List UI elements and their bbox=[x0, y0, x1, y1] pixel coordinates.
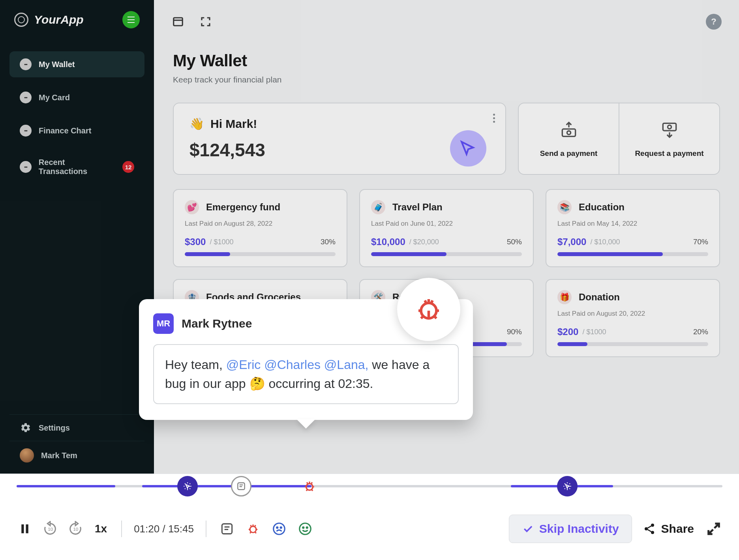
plan-last-paid: Last Paid on August 28, 2022 bbox=[185, 220, 336, 228]
plan-card[interactable]: 📚EducationLast Paid on May 14, 2022$7,00… bbox=[546, 189, 720, 267]
plan-card[interactable]: 🎁DonationLast Paid on August 20, 2022$20… bbox=[546, 279, 720, 357]
timeline-track[interactable] bbox=[17, 485, 722, 487]
plan-percent: 20% bbox=[693, 328, 708, 336]
rewind-10-button[interactable]: 10 bbox=[42, 521, 58, 537]
sad-feedback-button[interactable] bbox=[270, 520, 288, 538]
sidebar: YourApp ••• My Wallet ••• My Card ••• Fi… bbox=[0, 0, 154, 474]
bug-tool-button[interactable] bbox=[244, 520, 262, 538]
avatar bbox=[20, 448, 34, 463]
progress-bar bbox=[371, 252, 522, 256]
more-icon[interactable] bbox=[493, 114, 495, 123]
request-payment-button[interactable]: Request a payment bbox=[619, 103, 719, 174]
svg-point-22 bbox=[300, 523, 311, 535]
timeline-segment bbox=[142, 485, 311, 487]
timeline-marker-bug[interactable] bbox=[299, 476, 320, 496]
send-icon bbox=[559, 120, 579, 141]
plan-name: Donation bbox=[579, 292, 620, 303]
timeline[interactable] bbox=[0, 474, 739, 498]
gear-icon bbox=[20, 422, 32, 434]
mention[interactable]: @Charles bbox=[264, 358, 321, 372]
plan-goal: / $1000 bbox=[582, 328, 606, 336]
comment-avatar: MR bbox=[153, 313, 174, 334]
plan-card[interactable]: 💕Emergency fundLast Paid on August 28, 2… bbox=[173, 189, 347, 267]
chat-icon: ••• bbox=[20, 58, 32, 70]
sidebar-footer: Settings Mark Tem bbox=[0, 406, 154, 474]
user-name: Mark Tem bbox=[41, 451, 77, 460]
svg-point-19 bbox=[274, 523, 285, 535]
pause-button[interactable] bbox=[17, 521, 33, 537]
svg-rect-12 bbox=[26, 524, 28, 534]
sidebar-item-recent-transactions[interactable]: ••• Recent Transactions 12 bbox=[9, 151, 144, 183]
mention[interactable]: @Lana, bbox=[324, 358, 369, 372]
plan-goal: / $10,000 bbox=[590, 238, 620, 246]
separator bbox=[206, 521, 206, 537]
chat-icon: ••• bbox=[20, 161, 32, 173]
plan-amount: $200 bbox=[557, 326, 578, 337]
menu-toggle-button[interactable] bbox=[122, 11, 140, 28]
actions-card: Send a payment Request a payment bbox=[518, 103, 720, 175]
skip-inactivity-button[interactable]: Skip Inactivity bbox=[509, 515, 632, 543]
svg-text:10: 10 bbox=[48, 526, 53, 532]
plan-percent: 50% bbox=[507, 238, 522, 246]
plan-icon: 🧳 bbox=[371, 200, 385, 214]
forward-10-button[interactable]: 10 bbox=[67, 521, 84, 537]
svg-point-5 bbox=[668, 125, 671, 129]
fullscreen-button[interactable] bbox=[705, 520, 722, 538]
page-subtitle: Keep track your financial plan bbox=[173, 75, 720, 84]
player-controls: 10 10 1x 01:20 / 15:45 Skip Inactivity bbox=[0, 498, 739, 560]
window-icon[interactable] bbox=[171, 15, 185, 28]
balance-amount: $124,543 bbox=[189, 139, 490, 161]
sidebar-nav: ••• My Wallet ••• My Card ••• Finance Ch… bbox=[0, 39, 154, 195]
help-button[interactable]: ? bbox=[706, 14, 722, 30]
balance-card: 👋 Hi Mark! $124,543 bbox=[173, 103, 506, 175]
comment-body[interactable]: Hey team, @Eric @Charles @Lana, we have … bbox=[153, 344, 459, 404]
playback-speed[interactable]: 1x bbox=[95, 523, 107, 535]
svg-point-21 bbox=[280, 527, 281, 528]
plan-name: Education bbox=[579, 202, 625, 213]
svg-point-27 bbox=[651, 531, 654, 534]
plan-icon: 🎁 bbox=[557, 290, 572, 304]
timeline-marker-click[interactable] bbox=[177, 476, 198, 496]
plan-card[interactable]: 🧳Travel PlanLast Paid on June 01, 2022$1… bbox=[359, 189, 534, 267]
sidebar-item-my-wallet[interactable]: ••• My Wallet bbox=[9, 51, 144, 77]
settings-label: Settings bbox=[39, 423, 70, 433]
timeline-marker-click[interactable] bbox=[557, 476, 578, 496]
sidebar-user-profile[interactable]: Mark Tem bbox=[9, 441, 144, 470]
topbar: ? bbox=[154, 0, 739, 43]
note-tool-button[interactable] bbox=[218, 520, 236, 538]
sidebar-item-label: My Wallet bbox=[39, 60, 75, 69]
sidebar-item-my-card[interactable]: ••• My Card bbox=[9, 84, 144, 111]
plan-goal: / $20,000 bbox=[409, 238, 439, 246]
sidebar-item-finance-chart[interactable]: ••• Finance Chart bbox=[9, 118, 144, 144]
svg-rect-2 bbox=[562, 129, 575, 136]
sidebar-badge: 12 bbox=[122, 161, 134, 173]
plan-percent: 70% bbox=[693, 238, 708, 246]
player-bar: 10 10 1x 01:20 / 15:45 Skip Inactivity bbox=[0, 474, 739, 560]
plan-last-paid: Last Paid on June 01, 2022 bbox=[371, 220, 522, 228]
plan-icon: 📚 bbox=[557, 200, 572, 214]
send-payment-button[interactable]: Send a payment bbox=[519, 103, 619, 174]
summary-row: 👋 Hi Mark! $124,543 Send a payment bbox=[173, 103, 720, 175]
mention[interactable]: @Eric bbox=[226, 358, 261, 372]
share-button[interactable]: Share bbox=[643, 522, 694, 536]
timeline-marker-note[interactable] bbox=[231, 476, 251, 496]
chat-icon: ••• bbox=[20, 92, 32, 103]
page-title: My Wallet bbox=[173, 51, 720, 70]
svg-point-25 bbox=[651, 524, 654, 527]
expand-icon[interactable] bbox=[199, 15, 212, 28]
sidebar-header: YourApp bbox=[0, 0, 154, 39]
svg-point-3 bbox=[567, 131, 570, 134]
thinking-emoji: 🤔 bbox=[249, 376, 265, 391]
svg-point-10 bbox=[306, 483, 313, 490]
svg-rect-0 bbox=[174, 18, 183, 26]
sidebar-item-label: Finance Chart bbox=[39, 126, 91, 135]
app-logo[interactable]: YourApp bbox=[14, 13, 84, 27]
plan-last-paid: Last Paid on August 20, 2022 bbox=[557, 310, 708, 318]
svg-rect-4 bbox=[663, 123, 676, 131]
greeting: 👋 Hi Mark! bbox=[189, 117, 490, 131]
separator bbox=[121, 521, 122, 537]
sidebar-item-settings[interactable]: Settings bbox=[9, 414, 144, 441]
request-label: Request a payment bbox=[635, 149, 703, 158]
plan-percent: 90% bbox=[507, 328, 522, 336]
happy-feedback-button[interactable] bbox=[296, 520, 314, 538]
